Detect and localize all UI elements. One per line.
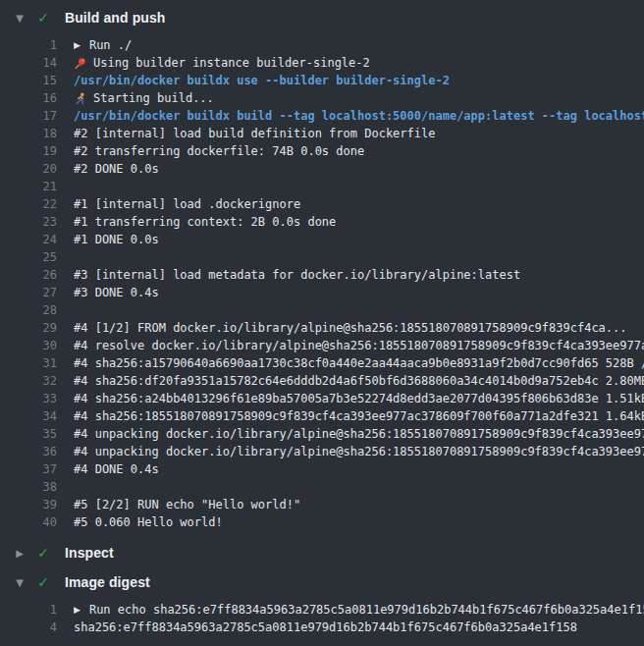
log-line: 39 #5 [2/2] RUN echo "Hello world!" [0,496,644,513]
line-number[interactable]: 35 [0,425,57,443]
line-number[interactable]: 18 [0,125,57,142]
log-text: Run ./ [89,36,132,54]
log-text: #4 DONE 0.4s [74,460,159,478]
line-number[interactable]: 29 [0,319,57,337]
log-line: 27 #3 DONE 0.4s [0,284,644,301]
log-line: 29 #4 [1/2] FROM docker.io/library/alpin… [0,319,644,337]
line-number[interactable]: 39 [0,496,57,513]
line-number[interactable]: 34 [0,407,57,425]
line-number[interactable]: 28 [0,301,57,319]
line-number[interactable]: 37 [0,460,57,478]
run-expander-icon[interactable]: ▶ [74,36,80,54]
log-line: 4 sha256:e7ff8834a5963a2785c5a0811e979d1… [0,619,644,636]
line-number[interactable]: 20 [0,160,57,178]
line-number[interactable]: 14 [0,54,57,72]
line-number[interactable]: 33 [0,390,57,407]
log-line: 19 #2 transferring dockerfile: 74B 0.0s … [0,142,644,160]
line-number[interactable]: 16 [0,89,57,107]
line-number[interactable]: 1 [0,601,57,619]
log-text: #5 [2/2] RUN echo "Hello world!" [74,496,300,513]
line-number[interactable]: 27 [0,284,57,301]
line-number[interactable]: 4 [0,619,57,636]
log-line: 1 ▶ Run ./ [0,36,644,54]
log-text: #1 DONE 0.0s [74,231,159,248]
log-text: #3 [internal] load metadata for docker.i… [74,266,520,284]
log-text: #3 DONE 0.4s [74,284,159,301]
log-line: 28 [0,301,644,319]
run-expander-icon[interactable]: ▶ [74,601,80,619]
log-line: 35 #4 unpacking docker.io/library/alpine… [0,425,644,443]
chevron-right-icon[interactable]: ▶ [12,548,27,559]
section-header-image-digest[interactable]: ▼ ✓ Image digest [0,567,644,597]
log-line: 23 #1 transferring context: 2B 0.0s done [0,213,644,231]
log-text: #4 sha256:a15790640a6690aa1730c38cf0a440… [74,354,644,372]
line-number[interactable]: 32 [0,372,57,390]
log-line: 40 #5 0.060 Hello world! [0,513,644,531]
section-lines: 1 ▶ Run ./ 14 Using builder instance bui… [0,32,644,538]
log-line: 37 #4 DONE 0.4s [0,460,644,478]
log-text: Run echo sha256:e7ff8834a5963a2785c5a081… [89,601,644,619]
log-text: #4 sha256:a24bb4013296f61e89ba57005a7b3e… [74,390,644,407]
pushpin-icon [74,57,86,70]
line-number[interactable]: 26 [0,266,57,284]
section-lines: 1 ▶ Run echo sha256:e7ff8834a5963a2785c5… [0,597,644,643]
log-line: 21 [0,178,644,195]
log-line: 32 #4 sha256:df20fa9351a15782c64e6dddb2d… [0,372,644,390]
log-text: Starting build... [93,89,214,107]
log-line: 36 #4 unpacking docker.io/library/alpine… [0,443,644,460]
log-line: 17 /usr/bin/docker buildx build --tag lo… [0,107,644,125]
log-text: /usr/bin/docker buildx build --tag local… [74,107,644,125]
line-number[interactable]: 17 [0,107,57,125]
log-line: 26 #3 [internal] load metadata for docke… [0,266,644,284]
line-number[interactable]: 22 [0,195,57,213]
log-text: #1 [internal] load .dockerignore [74,195,300,213]
log-text: Using builder instance builder-single-2 [93,54,370,72]
log-line: 33 #4 sha256:a24bb4013296f61e89ba57005a7… [0,390,644,407]
log-section-inspect: ▶ ✓ Inspect [0,538,644,567]
check-icon: ✓ [35,10,51,26]
runner-icon [74,92,86,105]
log-text: #2 DONE 0.0s [74,160,159,178]
log-text: #4 sha256:df20fa9351a15782c64e6dddb2d4a6… [74,372,644,390]
chevron-down-icon[interactable]: ▼ [12,13,27,24]
log-text: #4 [1/2] FROM docker.io/library/alpine@s… [74,319,627,337]
line-number[interactable]: 19 [0,142,57,160]
log-text: #4 sha256:185518070891758909c9f839cf4ca3… [74,407,644,425]
log-text: #5 0.060 Hello world! [74,513,223,531]
log-line: 30 #4 resolve docker.io/library/alpine@s… [0,337,644,354]
log-text: #1 transferring context: 2B 0.0s done [74,213,336,231]
log-text: /usr/bin/docker buildx use --builder bui… [74,72,450,89]
line-number[interactable]: 15 [0,72,57,89]
log-viewer: ▼ ✓ Build and push 1 ▶ Run ./ 14 Using b… [0,0,644,643]
line-number[interactable]: 40 [0,513,57,531]
log-text: sha256:e7ff8834a5963a2785c5a0811e979d16b… [74,619,577,636]
section-label: Build and push [65,10,166,26]
log-line: 31 #4 sha256:a15790640a6690aa1730c38cf0a… [0,354,644,372]
log-text: #2 transferring dockerfile: 74B 0.0s don… [74,142,364,160]
line-number[interactable]: 38 [0,478,57,496]
chevron-down-icon[interactable]: ▼ [12,577,27,588]
line-number[interactable]: 24 [0,231,57,248]
log-line: 22 #1 [internal] load .dockerignore [0,195,644,213]
line-number[interactable]: 31 [0,354,57,372]
log-section-build-and-push: ▼ ✓ Build and push 1 ▶ Run ./ 14 Using b… [0,3,644,538]
check-icon: ✓ [35,574,51,590]
log-line: 1 ▶ Run echo sha256:e7ff8834a5963a2785c5… [0,601,644,619]
line-number[interactable]: 36 [0,443,57,460]
section-header-build-and-push[interactable]: ▼ ✓ Build and push [0,3,644,32]
line-number[interactable]: 21 [0,178,57,195]
log-line: 25 [0,248,644,266]
line-number[interactable]: 1 [0,36,57,54]
section-header-inspect[interactable]: ▶ ✓ Inspect [0,538,644,567]
line-number[interactable]: 25 [0,248,57,266]
check-icon: ✓ [35,545,51,561]
log-line: 38 [0,478,644,496]
log-text: #4 resolve docker.io/library/alpine@sha2… [74,337,644,354]
log-text: #2 [internal] load build definition from… [74,125,435,142]
log-line: 16 Starting build... [0,89,644,107]
line-number[interactable]: 30 [0,337,57,354]
line-number[interactable]: 23 [0,213,57,231]
log-line: 14 Using builder instance builder-single… [0,54,644,72]
log-section-image-digest: ▼ ✓ Image digest 1 ▶ Run echo sha256:e7f… [0,567,644,643]
log-text: #4 unpacking docker.io/library/alpine@sh… [74,443,644,460]
